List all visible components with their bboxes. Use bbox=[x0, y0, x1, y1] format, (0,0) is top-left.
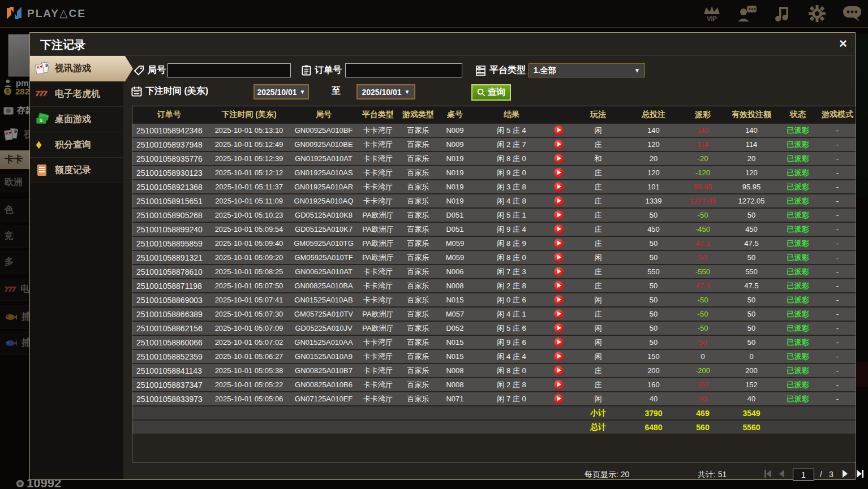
cell-round-id: GN00825A010B7 bbox=[292, 363, 355, 378]
gear-icon[interactable] bbox=[807, 3, 827, 24]
cell-total-bet: 101 bbox=[628, 180, 679, 194]
play-icon[interactable] bbox=[554, 366, 564, 375]
cell-round-id: GM05725A010TV bbox=[292, 307, 355, 321]
platform-select[interactable]: 1.全部 ▼ bbox=[528, 63, 645, 77]
play-icon[interactable] bbox=[554, 323, 564, 333]
cell-round-id: GN00925A010BF bbox=[292, 123, 355, 137]
play-icon[interactable] bbox=[554, 352, 564, 361]
cell-replay bbox=[549, 152, 568, 166]
play-icon[interactable] bbox=[554, 224, 564, 234]
play-icon[interactable] bbox=[554, 337, 564, 347]
cell-table-id: N015 bbox=[436, 293, 474, 307]
cell-bet-type: 庄 bbox=[568, 363, 628, 378]
prev-page-button[interactable] bbox=[779, 470, 789, 479]
cell-valid-bet: 47.5 bbox=[727, 279, 776, 293]
time-filter-label: 下注时间 (美东) bbox=[131, 85, 208, 97]
cell-result: 闲 9 庄 6 bbox=[474, 335, 549, 349]
chevron-down-icon: ▼ bbox=[405, 89, 410, 95]
cell-round-id: GN01925A010AT bbox=[292, 152, 355, 166]
date-from-select[interactable]: 2025/10/01 ▼ bbox=[253, 84, 309, 99]
play-icon[interactable] bbox=[554, 281, 564, 291]
cell-total-bet: 120 bbox=[628, 137, 679, 152]
cell-result: 闲 8 庄 9 bbox=[474, 236, 549, 250]
cell-status: 已派彩 bbox=[776, 363, 819, 378]
play-icon[interactable] bbox=[554, 295, 564, 305]
play-icon[interactable] bbox=[554, 210, 564, 220]
subtotal-row: 小计37904693549 bbox=[132, 406, 856, 420]
tab-slots[interactable]: 777电子老虎机 bbox=[30, 81, 123, 107]
cell-order-id: 251001058862156 bbox=[132, 321, 206, 335]
play-icon[interactable] bbox=[554, 394, 564, 404]
chevron-down-icon: ▼ bbox=[300, 89, 306, 95]
cell-order-id: 251001058935776 bbox=[132, 152, 206, 166]
close-icon[interactable]: × bbox=[839, 36, 847, 51]
play-icon[interactable] bbox=[554, 309, 564, 319]
tab-table-games[interactable]: 桌面游戏 bbox=[30, 107, 123, 132]
play-icon[interactable] bbox=[554, 239, 564, 248]
cell-round-id: GN01925A010AS bbox=[292, 166, 355, 180]
vip-icon[interactable]: VIP bbox=[702, 3, 722, 24]
next-page-button[interactable] bbox=[843, 470, 853, 479]
first-page-button[interactable] bbox=[764, 470, 775, 479]
cell-payout: 47.5 bbox=[679, 236, 727, 250]
play-icon[interactable] bbox=[554, 126, 564, 135]
cell-status: 已派彩 bbox=[776, 279, 819, 293]
cell-payout: 47.5 bbox=[679, 279, 727, 293]
table-row: 2510010589052682025-10-01 05:10:23GD0512… bbox=[132, 208, 856, 222]
play-icon[interactable] bbox=[554, 196, 564, 206]
cell-table-id: M057 bbox=[436, 307, 474, 321]
round-input[interactable] bbox=[167, 63, 291, 77]
playace-logo[interactable]: PLAY△CE bbox=[6, 5, 86, 21]
tab-points-query[interactable]: ♦积分查询 bbox=[30, 132, 123, 158]
tab-video-games[interactable]: 9K♥视讯游戏 bbox=[30, 56, 133, 81]
cell-platform: PA欧洲厅 bbox=[355, 321, 401, 335]
play-icon[interactable] bbox=[554, 267, 564, 276]
support-chat-icon[interactable] bbox=[737, 3, 757, 24]
cell-round-id: GD05125A010K7 bbox=[292, 222, 355, 236]
round-filter-label: 局号 bbox=[134, 64, 166, 76]
page-number-input[interactable] bbox=[793, 469, 814, 481]
cell-replay bbox=[549, 349, 568, 363]
records-table-wrap: 订单号下注时间 (美东)局号平台类型游戏类型桌号结果玩法总投注派彩有效投注额状态… bbox=[132, 106, 856, 462]
cell-bet-type: 和 bbox=[568, 152, 628, 166]
cell-game-mode: - bbox=[819, 208, 856, 222]
platform-filter-label: 平台类型 bbox=[475, 64, 526, 76]
cell-status: 已派彩 bbox=[776, 265, 819, 279]
column-header: 有效投注额 bbox=[727, 106, 776, 123]
date-to-select[interactable]: 2025/10/01 ▼ bbox=[356, 84, 415, 99]
cell-table-id: N006 bbox=[436, 265, 474, 279]
last-page-button[interactable] bbox=[857, 470, 867, 479]
cell-total-bet: 40 bbox=[628, 392, 679, 406]
sum-spacer bbox=[776, 420, 856, 434]
round-filter-text: 局号 bbox=[148, 64, 166, 76]
cell-replay bbox=[549, 335, 568, 349]
time-filter-text: 下注时间 (美东) bbox=[145, 85, 208, 97]
cell-status: 已派彩 bbox=[776, 392, 819, 406]
query-button[interactable]: 查询 bbox=[471, 84, 511, 101]
table-row: 2510010588913212025-10-01 05:09:20GM0592… bbox=[132, 250, 856, 265]
cell-bet-time: 2025-10-01 05:05:22 bbox=[206, 378, 292, 392]
play-icon[interactable] bbox=[554, 380, 564, 390]
order-input[interactable] bbox=[345, 63, 462, 77]
play-icon[interactable] bbox=[554, 154, 564, 163]
cell-status: 已派彩 bbox=[776, 166, 819, 180]
tab-credit-record[interactable]: 额度记录 bbox=[30, 158, 123, 183]
music-icon[interactable] bbox=[772, 3, 792, 24]
play-icon[interactable] bbox=[554, 140, 564, 149]
cell-status: 已派彩 bbox=[776, 293, 819, 307]
cell-valid-bet: 0 bbox=[727, 349, 776, 363]
cell-total-bet: 50 bbox=[628, 293, 679, 307]
diamond-icon: ♦ bbox=[36, 138, 50, 152]
cell-platform: 卡卡湾厅 bbox=[355, 137, 401, 152]
cell-order-id: 251001058837347 bbox=[132, 378, 206, 392]
play-icon[interactable] bbox=[554, 168, 564, 178]
cell-valid-bet: 450 bbox=[727, 222, 776, 236]
messages-icon[interactable] bbox=[842, 3, 862, 24]
cell-replay bbox=[549, 194, 568, 208]
cell-status: 已派彩 bbox=[776, 307, 819, 321]
play-icon[interactable] bbox=[554, 253, 564, 262]
table-row: 2510010588663892025-10-01 05:07:30GM0572… bbox=[132, 307, 856, 321]
cell-platform: 卡卡湾厅 bbox=[355, 265, 401, 279]
cell-bet-type: 闲 bbox=[568, 123, 628, 137]
play-icon[interactable] bbox=[554, 182, 564, 192]
